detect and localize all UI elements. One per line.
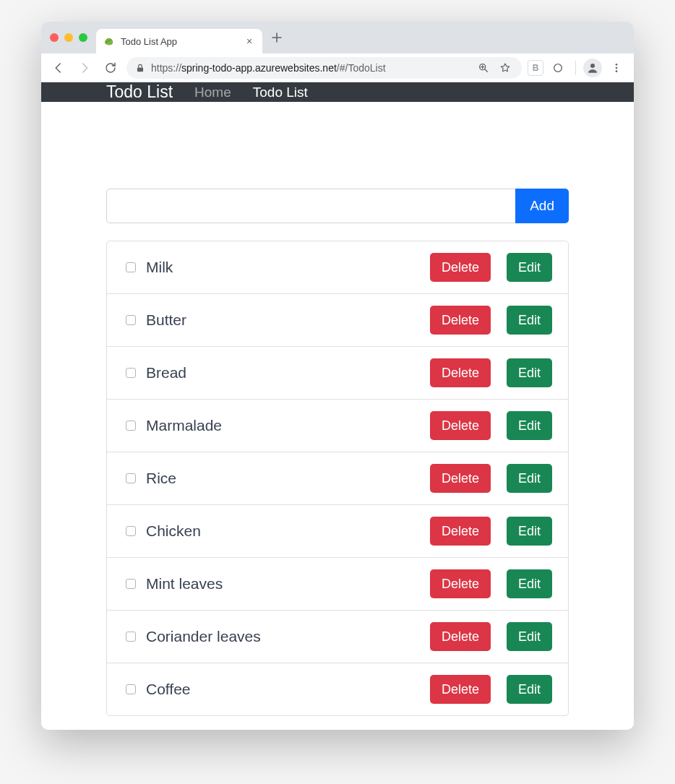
svg-point-5 [616,66,618,69]
tab-title: Todo List App [121,36,238,47]
edit-button[interactable]: Edit [507,517,552,546]
svg-rect-0 [137,67,143,72]
list-item: RiceDeleteEdit [107,452,568,504]
delete-button[interactable]: Delete [430,253,491,282]
todo-text: Coffee [146,681,420,698]
window-fullscreen-button[interactable] [79,33,87,42]
bookmark-star-icon[interactable] [497,60,513,76]
forward-button[interactable] [74,58,95,78]
todo-text: Bread [146,364,420,382]
todo-text: Chicken [146,522,420,540]
todo-text: Coriander leaves [146,628,420,645]
todo-checkbox[interactable] [126,579,136,589]
todo-text: Milk [146,259,420,276]
todo-checkbox[interactable] [126,473,136,483]
extension-icon[interactable]: B [528,60,543,76]
url-host: spring-todo-app.azurewebsites.net [181,62,337,74]
url-path: /#/TodoList [337,62,386,74]
delete-button[interactable]: Delete [430,306,491,335]
tab-strip: Todo List App × [41,22,634,53]
todo-text: Butter [146,311,420,329]
tab-close-icon[interactable]: × [244,35,255,47]
lock-icon [135,63,145,73]
address-bar[interactable]: https://spring-todo-app.azurewebsites.ne… [126,57,522,79]
browser-tab[interactable]: Todo List App × [96,29,262,53]
page-viewport: Todo List Home Todo List Add MilkDeleteE… [41,82,634,730]
page-body: Add MilkDeleteEditButterDeleteEditBreadD… [41,102,634,730]
new-todo-input[interactable] [106,189,515,223]
todo-text: Rice [146,470,420,487]
todo-checkbox[interactable] [126,684,136,694]
list-item: ButterDeleteEdit [107,293,568,346]
browser-toolbar: https://spring-todo-app.azurewebsites.ne… [41,53,634,82]
list-item: MilkDeleteEdit [107,241,568,293]
svg-point-2 [554,64,562,72]
list-item: ChickenDeleteEdit [107,504,568,557]
todo-checkbox[interactable] [126,421,136,431]
new-tab-button[interactable] [267,27,287,48]
todo-text: Mint leaves [146,575,420,593]
todo-checkbox[interactable] [126,526,136,536]
toolbar-divider [575,61,576,75]
todo-checkbox[interactable] [126,262,136,272]
window-minimize-button[interactable] [64,33,73,42]
app-navbar: Todo List Home Todo List [41,82,634,102]
delete-button[interactable]: Delete [430,622,491,651]
edit-button[interactable]: Edit [507,675,552,704]
list-item: CoffeeDeleteEdit [107,663,568,715]
browser-window: Todo List App × [41,22,634,730]
tab-favicon-icon [103,35,115,47]
url-scheme: https:// [151,62,181,74]
add-row: Add [106,189,569,223]
nav-link-todo-list[interactable]: Todo List [253,85,308,100]
edit-button[interactable]: Edit [507,358,552,387]
delete-button[interactable]: Delete [430,569,491,598]
delete-button[interactable]: Delete [430,517,491,546]
window-controls [50,22,96,53]
edit-button[interactable]: Edit [507,411,552,440]
delete-button[interactable]: Delete [430,464,491,493]
svg-point-6 [616,70,618,72]
delete-button[interactable]: Delete [430,675,491,704]
edit-button[interactable]: Edit [507,622,552,651]
list-item: MarmaladeDeleteEdit [107,399,568,452]
todo-text: Marmalade [146,417,420,434]
todo-list: MilkDeleteEditButterDeleteEditBreadDelet… [106,241,569,716]
todo-checkbox[interactable] [126,632,136,642]
nav-link-home[interactable]: Home [194,85,231,100]
todo-checkbox[interactable] [126,368,136,378]
window-close-button[interactable] [50,33,59,42]
edit-button[interactable]: Edit [507,464,552,493]
kebab-menu-icon[interactable] [606,58,627,78]
edit-button[interactable]: Edit [507,569,552,598]
back-button[interactable] [48,58,69,78]
add-button[interactable]: Add [515,189,569,223]
edit-button[interactable]: Edit [507,253,552,282]
profile-avatar-icon[interactable] [583,59,602,77]
url-text: https://spring-todo-app.azurewebsites.ne… [151,62,470,74]
navbar-brand: Todo List [106,82,173,102]
list-item: BreadDeleteEdit [107,346,568,399]
reload-button[interactable] [100,58,121,78]
edit-button[interactable]: Edit [507,306,552,335]
todo-checkbox[interactable] [126,315,136,325]
svg-point-4 [616,64,618,66]
delete-button[interactable]: Delete [430,411,491,440]
zoom-icon[interactable] [476,60,491,76]
extension-circle-icon[interactable] [548,58,568,78]
list-item: Coriander leavesDeleteEdit [107,610,568,663]
list-item: Mint leavesDeleteEdit [107,557,568,610]
svg-point-3 [590,64,595,68]
delete-button[interactable]: Delete [430,358,491,387]
